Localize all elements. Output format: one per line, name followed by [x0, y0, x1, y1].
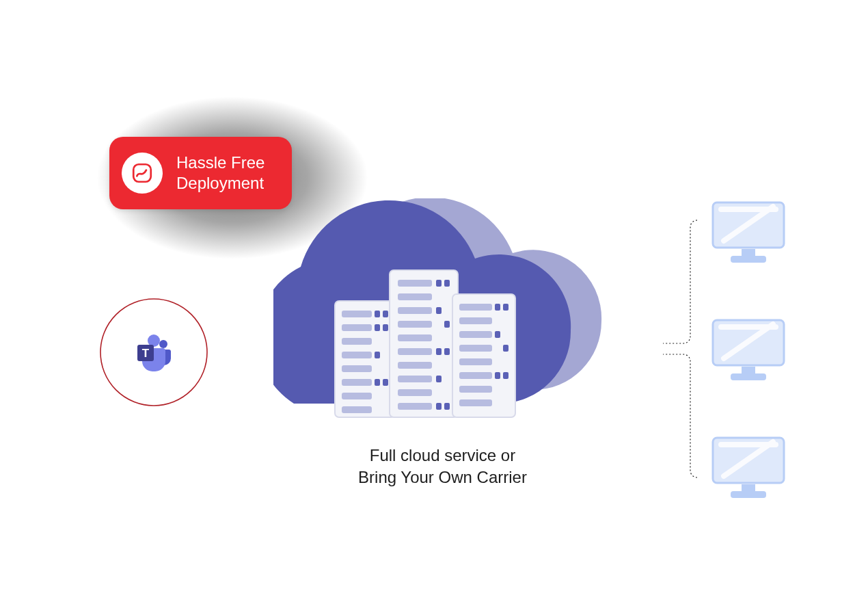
svg-rect-45 [452, 294, 515, 417]
svg-rect-31 [436, 307, 442, 314]
svg-rect-13 [342, 324, 372, 331]
svg-rect-15 [383, 324, 388, 331]
svg-rect-43 [436, 403, 442, 410]
svg-rect-44 [444, 403, 450, 410]
badge-line2: Deployment [176, 173, 265, 194]
caption-line1: Full cloud service or [321, 445, 564, 467]
svg-rect-18 [375, 352, 380, 358]
svg-rect-26 [398, 280, 432, 287]
svg-rect-10 [342, 311, 372, 317]
svg-rect-57 [503, 372, 508, 379]
svg-rect-41 [398, 389, 432, 396]
svg-rect-39 [398, 376, 432, 382]
svg-text:T: T [142, 347, 150, 360]
svg-rect-14 [375, 324, 380, 331]
svg-rect-65 [731, 373, 766, 380]
trend-icon [131, 161, 154, 185]
svg-rect-59 [459, 399, 492, 406]
svg-rect-53 [503, 345, 508, 352]
svg-rect-28 [444, 280, 450, 287]
svg-rect-61 [742, 249, 755, 256]
monitor-icon-3 [707, 432, 789, 501]
monitor-icon-1 [707, 197, 789, 265]
svg-rect-33 [444, 321, 450, 328]
svg-rect-46 [459, 304, 492, 311]
svg-rect-56 [495, 372, 500, 379]
caption-line2: Bring Your Own Carrier [321, 467, 564, 488]
badge-label: Hassle Free Deployment [176, 153, 265, 194]
svg-rect-29 [398, 293, 432, 300]
svg-rect-30 [398, 307, 432, 314]
svg-rect-17 [342, 352, 372, 358]
badge-icon-wrap [122, 153, 163, 194]
svg-rect-67 [742, 484, 755, 491]
svg-rect-51 [495, 331, 500, 338]
svg-rect-50 [459, 331, 492, 338]
svg-rect-24 [342, 406, 372, 413]
svg-rect-19 [342, 365, 372, 372]
svg-rect-36 [436, 348, 442, 355]
svg-rect-38 [398, 362, 432, 369]
cloud-caption: Full cloud service or Bring Your Own Car… [321, 445, 564, 489]
svg-rect-40 [436, 376, 442, 382]
cloud-servers-illustration [273, 198, 608, 431]
svg-rect-68 [731, 491, 766, 498]
svg-rect-49 [459, 317, 492, 324]
svg-rect-23 [342, 393, 372, 399]
svg-point-5 [159, 340, 167, 348]
badge-line1: Hassle Free [176, 153, 265, 173]
connector-bracket [660, 212, 701, 486]
svg-rect-11 [375, 311, 380, 317]
hassle-free-badge: Hassle Free Deployment [109, 137, 292, 209]
svg-rect-48 [503, 304, 508, 311]
svg-rect-27 [436, 280, 442, 287]
svg-rect-34 [398, 334, 432, 341]
svg-rect-35 [398, 348, 432, 355]
svg-rect-9 [335, 301, 395, 417]
svg-rect-12 [383, 311, 388, 317]
svg-rect-58 [459, 386, 492, 393]
svg-rect-47 [495, 304, 500, 311]
svg-rect-20 [342, 379, 372, 386]
svg-rect-52 [459, 345, 492, 352]
svg-rect-54 [459, 358, 492, 365]
monitor-icon-2 [707, 315, 789, 383]
ms-teams-icon: T [133, 332, 174, 373]
svg-rect-42 [398, 403, 432, 410]
svg-rect-22 [383, 379, 388, 386]
svg-rect-32 [398, 321, 432, 328]
svg-rect-37 [444, 348, 450, 355]
svg-rect-55 [459, 372, 492, 379]
svg-rect-16 [342, 338, 372, 345]
svg-rect-21 [375, 379, 380, 386]
svg-rect-64 [742, 367, 755, 373]
svg-rect-62 [731, 256, 766, 263]
